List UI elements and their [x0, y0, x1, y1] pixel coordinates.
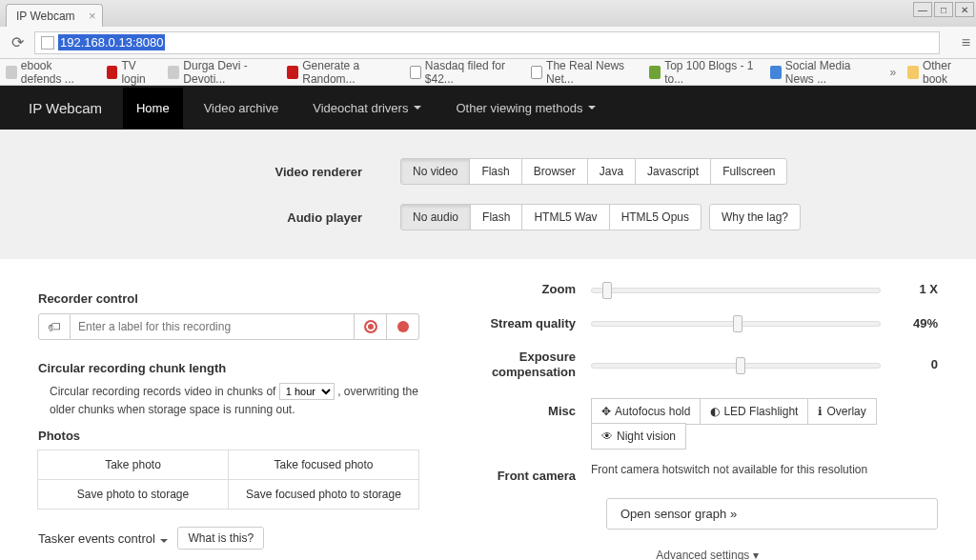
record-button[interactable]: [355, 313, 387, 340]
audio-option[interactable]: No audio: [400, 204, 471, 230]
take-focused-photo-button[interactable]: Take focused photo: [228, 450, 419, 480]
zoom-label: Zoom: [477, 282, 591, 297]
bookmark-item[interactable]: ebook defends ...: [6, 59, 95, 86]
info-icon: ℹ: [818, 405, 823, 418]
why-lag-button[interactable]: Why the lag?: [709, 204, 801, 230]
photo-grid: Take photo Take focused photo Save photo…: [38, 450, 419, 510]
save-focused-photo-button[interactable]: Save focused photo to storage: [228, 479, 419, 510]
window-controls: — □ ✕: [913, 2, 974, 17]
audio-option[interactable]: HTML5 Wav: [521, 204, 609, 230]
slider-thumb[interactable]: [602, 282, 612, 299]
other-bookmarks[interactable]: Other book: [907, 59, 970, 86]
exposure-slider[interactable]: [591, 360, 881, 370]
record-icon: [364, 320, 377, 333]
nav-videochat-drivers[interactable]: Videochat drivers: [299, 88, 435, 129]
tab-title: IP Webcam: [16, 10, 75, 23]
bookmark-item[interactable]: Top 100 Blogs - 1 to...: [649, 59, 759, 86]
zoom-value: 1 X: [881, 282, 938, 296]
flashlight-button[interactable]: ◐LED Flashlight: [700, 398, 808, 425]
url-input[interactable]: 192.168.0.13:8080: [34, 31, 940, 54]
recording-label-input[interactable]: [71, 313, 355, 340]
night-vision-button[interactable]: 👁Night vision: [591, 423, 686, 450]
favicon-icon: [649, 66, 661, 79]
url-bar-row: ⟳ 192.168.0.13:8080 ≡: [0, 27, 976, 59]
photos-heading: Photos: [38, 429, 419, 443]
bookmark-item[interactable]: Generate a Random...: [287, 59, 397, 86]
eye-icon: 👁: [601, 430, 613, 443]
contrast-icon: ◐: [710, 405, 720, 418]
renderer-option[interactable]: Fullscreen: [710, 158, 787, 185]
favicon-icon: [6, 66, 17, 79]
chevron-down-icon: ▾: [753, 549, 759, 560]
record-dot-icon: [397, 321, 409, 332]
circular-description: Circular recording records video in chun…: [50, 383, 419, 419]
favicon-icon: [287, 66, 298, 79]
video-renderer-label: Video renderer: [0, 165, 400, 179]
front-camera-text: Front camera hotswitch not available for…: [591, 463, 938, 476]
renderer-option[interactable]: No video: [400, 158, 470, 185]
tag-icon[interactable]: 🏷: [38, 313, 71, 340]
quality-value: 49%: [881, 316, 938, 330]
brand: IP Webcam: [29, 100, 115, 116]
recorder-heading: Recorder control: [38, 291, 419, 306]
renderer-option[interactable]: Browser: [521, 158, 588, 185]
nav-other-viewing[interactable]: Other viewing methods: [442, 88, 609, 129]
bookmark-item[interactable]: Nasdaq filed for $42...: [410, 59, 519, 86]
quality-slider[interactable]: [591, 318, 881, 328]
bookmark-item[interactable]: TV login: [107, 59, 157, 86]
favicon-icon: [168, 66, 179, 79]
audio-option[interactable]: HTML5 Opus: [609, 204, 702, 230]
close-button[interactable]: ✕: [955, 2, 974, 17]
take-photo-button[interactable]: Take photo: [37, 450, 229, 480]
zoom-slider[interactable]: [591, 285, 881, 294]
tasker-label: Tasker events control: [38, 531, 168, 546]
overlay-button[interactable]: ℹOverlay: [807, 398, 876, 425]
left-column: Recorder control 🏷 Circular recording ch…: [38, 282, 419, 560]
minimize-button[interactable]: —: [913, 2, 932, 17]
folder-icon: [907, 66, 919, 79]
bookmarks-more[interactable]: »: [889, 66, 896, 79]
chevron-down-icon: [160, 539, 168, 543]
advanced-settings-toggle[interactable]: Advanced settings ▾: [477, 549, 938, 560]
quality-label: Stream quality: [477, 316, 591, 331]
slider-thumb[interactable]: [733, 315, 742, 332]
upper-content: Video renderer No video Flash Browser Ja…: [0, 130, 976, 259]
favicon-icon: [410, 66, 421, 79]
chunk-length-select[interactable]: 1 hour: [279, 383, 335, 400]
renderer-option[interactable]: Javascript: [635, 158, 711, 185]
favicon-icon: [107, 66, 118, 79]
audio-option[interactable]: Flash: [470, 204, 522, 230]
bookmarks-bar: ebook defends ... TV login Durga Devi - …: [0, 59, 976, 86]
bookmark-item[interactable]: Durga Devi - Devoti...: [168, 59, 275, 86]
autofocus-button[interactable]: ✥Autofocus hold: [591, 398, 701, 425]
nav-home[interactable]: Home: [123, 88, 183, 129]
audio-player-group: No audio Flash HTML5 Wav HTML5 Opus: [400, 204, 702, 230]
video-renderer-group: No video Flash Browser Java Javascript F…: [400, 158, 787, 185]
bookmark-item[interactable]: Social Media News ...: [770, 59, 879, 86]
right-column: Zoom 1 X Stream quality 49% Exposure com…: [477, 282, 938, 560]
what-is-this-button[interactable]: What is this?: [177, 527, 264, 550]
maximize-button[interactable]: □: [934, 2, 953, 17]
reload-icon[interactable]: ⟳: [6, 31, 29, 54]
recorder-row: 🏷: [38, 313, 419, 340]
save-photo-button[interactable]: Save photo to storage: [37, 479, 229, 510]
favicon-icon: [770, 66, 782, 79]
renderer-option[interactable]: Flash: [469, 158, 521, 185]
move-icon: ✥: [601, 405, 611, 418]
nav-video-archive[interactable]: Video archive: [191, 88, 293, 129]
slider-thumb[interactable]: [736, 357, 745, 374]
browser-tab[interactable]: IP Webcam ×: [6, 4, 103, 27]
audio-player-label: Audio player: [0, 210, 400, 225]
circular-heading: Circular recording chunk length: [38, 361, 419, 375]
chevron-down-icon: [588, 106, 596, 110]
misc-label: Misc: [477, 398, 591, 418]
menu-icon[interactable]: ≡: [962, 34, 970, 51]
chevron-down-icon: [414, 106, 421, 110]
record-alt-button[interactable]: [387, 313, 419, 340]
exposure-label: Exposure compensation: [477, 350, 591, 379]
close-icon[interactable]: ×: [89, 9, 96, 23]
bookmark-item[interactable]: The Real News Net...: [531, 59, 638, 86]
app-navbar: IP Webcam Home Video archive Videochat d…: [0, 86, 976, 130]
open-sensor-graph-button[interactable]: Open sensor graph »: [606, 498, 938, 530]
renderer-option[interactable]: Java: [587, 158, 636, 185]
